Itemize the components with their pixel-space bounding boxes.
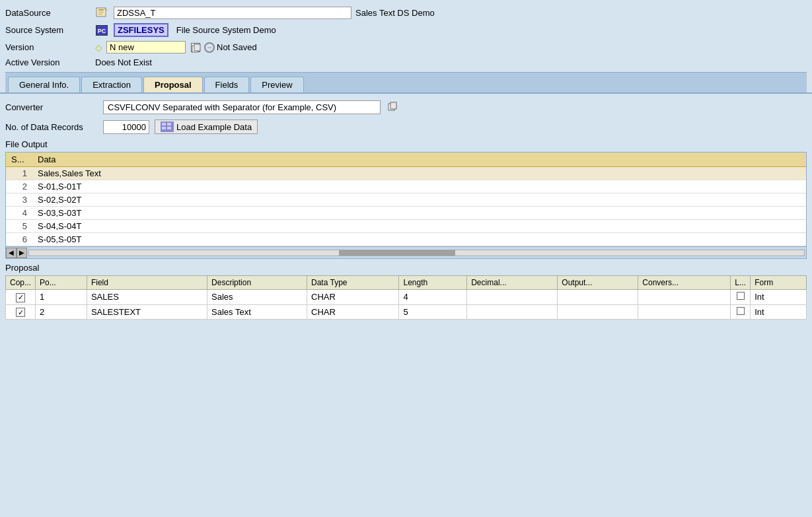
proposal-pos: 2 [36,304,87,320]
active-version-row: Active Version Does Not Exist [5,55,807,69]
proposal-output [558,290,638,305]
row-data: S-04,S-04T [32,220,806,233]
main-content: Converter CSVFLCONV Separated with Separ… [0,92,812,326]
proposal-length: 5 [399,304,467,320]
row-s: 2 [6,180,32,193]
svg-rect-13 [167,127,171,129]
file-output-row: 6 S-05,S-05T [6,233,806,246]
row-data: S-03,S-03T [32,207,806,220]
tab-proposal[interactable]: Proposal [143,77,203,92]
source-system-desc: File Source System Demo [176,25,276,35]
proposal-col-header: L... [731,276,751,290]
source-system-value: ZSFILESYS [114,23,168,37]
scroll-left-arrow[interactable]: ◀ [6,248,17,258]
records-label: No. of Data Records [5,122,98,132]
source-system-row: Source System PC ZSFILESYS File Source S… [5,21,807,39]
proposal-convers [638,290,731,305]
proposal-table: Cop...Po...FieldDescriptionData TypeLeng… [5,275,807,320]
col-header-s: S... [6,153,32,167]
row-s: 6 [6,233,32,246]
tab-general-info[interactable]: General Info. [8,77,80,92]
file-output-row: 5 S-04,S-04T [6,220,806,233]
proposal-convers [638,304,731,320]
version-diamond-icon: ◇ [95,42,102,53]
tab-preview[interactable]: Preview [250,77,303,92]
proposal-col-header: Length [399,276,467,290]
proposal-row: ✓ 1 SALES Sales CHAR 4 Int [6,290,807,305]
version-label: Version [5,42,91,52]
proposal-length: 4 [399,290,467,305]
proposal-cop[interactable]: ✓ [6,304,36,320]
datasource-icon [95,6,108,19]
tab-extraction[interactable]: Extraction [81,77,142,92]
not-saved-text: Not Saved [217,42,257,52]
col-header-data: Data [32,153,806,167]
tab-fields[interactable]: Fields [204,77,250,92]
file-output-table-container: S... Data 1 Sales,Sales Text 2 S-01,S-01… [5,152,807,247]
proposal-col-header: Output... [558,276,638,290]
proposal-form: Int [751,304,807,320]
copy-icon[interactable] [191,43,200,52]
proposal-col-header: Convers... [638,276,731,290]
row-s: 3 [6,193,32,207]
datasource-input[interactable] [114,7,351,19]
proposal-col-header: Field [87,276,207,290]
load-example-button[interactable]: Load Example Data [155,120,258,134]
file-output-row: 1 Sales,Sales Text [6,167,806,180]
converter-copy-icon[interactable] [388,102,397,113]
proposal-description: Sales [207,290,307,305]
proposal-pos: 1 [36,290,87,305]
load-example-label: Load Example Data [176,122,252,132]
version-row: Version ◇ − Not Saved [5,39,807,55]
source-system-icon: PC [95,24,108,37]
proposal-decimal [467,290,558,305]
proposal-decimal [467,304,558,320]
row-data: S-01,S-01T [32,180,806,193]
converter-value[interactable]: CSVFLCONV Separated with Separator (for … [103,100,381,114]
proposal-row: ✓ 2 SALESTEXT Sales Text CHAR 5 Int [6,304,807,320]
proposal-cop[interactable]: ✓ [6,290,36,305]
proposal-output [558,304,638,320]
source-system-label: Source System [5,25,91,35]
row-s: 4 [6,207,32,220]
svg-rect-10 [162,123,166,125]
file-output-row: 4 S-03,S-03T [6,207,806,220]
svg-rect-11 [167,123,171,125]
minus-circle-icon: − [204,42,215,53]
svg-rect-2 [98,12,104,13]
row-s: 5 [6,220,32,233]
scroll-track[interactable] [28,250,805,256]
file-output-label: File Output [5,139,807,149]
row-data: S-05,S-05T [32,233,806,246]
converter-label: Converter [5,102,98,112]
proposal-section-label: Proposal [5,263,807,273]
converter-row: Converter CSVFLCONV Separated with Separ… [5,100,807,114]
datasource-row: DataSource Sales Text DS Demo [5,4,807,21]
row-data: S-02,S-02T [32,193,806,207]
scroll-right-arrow[interactable]: ▶ [17,248,27,258]
svg-rect-6 [194,44,200,51]
records-input[interactable] [103,120,149,134]
version-input[interactable] [106,41,186,53]
svg-rect-3 [98,14,102,15]
proposal-col-header: Form [751,276,807,290]
proposal-col-header: Cop... [6,276,36,290]
proposal-l[interactable] [731,290,751,305]
header-section: DataSource Sales Text DS Demo Source Sys… [0,0,812,92]
proposal-datatype: CHAR [307,290,399,305]
proposal-l[interactable] [731,304,751,320]
load-icon [161,121,174,132]
active-version-label: Active Version [5,57,91,67]
proposal-field: SALESTEXT [87,304,207,320]
proposal-form: Int [751,290,807,305]
file-output-table: S... Data 1 Sales,Sales Text 2 S-01,S-01… [6,153,806,246]
scroll-thumb[interactable] [339,250,455,256]
proposal-datatype: CHAR [307,304,399,320]
proposal-col-header: Decimal... [467,276,558,290]
horizontal-scrollbar[interactable]: ◀ ▶ [5,247,807,259]
active-version-value: Does Not Exist [95,57,152,67]
proposal-description: Sales Text [207,304,307,320]
proposal-col-header: Data Type [307,276,399,290]
file-output-row: 2 S-01,S-01T [6,180,806,193]
tabs-bar: General Info. Extraction Proposal Fields… [5,72,807,92]
